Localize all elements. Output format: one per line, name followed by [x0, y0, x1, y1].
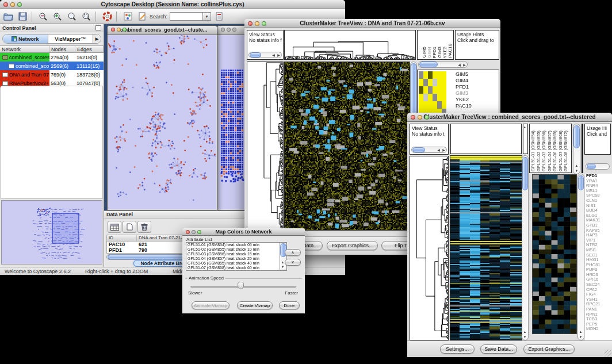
- gene-label[interactable]: GIM5: [454, 71, 472, 78]
- tv2-heatmap-vscrollbar[interactable]: ▲▼: [522, 155, 529, 340]
- matrix-cell[interactable]: [437, 94, 442, 101]
- tv2-heatmap[interactable]: [450, 156, 522, 340]
- attribute-table-icon[interactable]: [108, 221, 121, 233]
- tv2-zoom-heatmap[interactable]: [533, 175, 576, 334]
- view-status-hscrollbar[interactable]: ◀▶: [248, 52, 282, 58]
- overview-canvas[interactable]: [2, 201, 102, 264]
- matrix-cell[interactable]: [419, 86, 423, 94]
- matrix-cell[interactable]: [433, 79, 437, 86]
- zoom-window-icon[interactable]: [232, 28, 236, 32]
- tv1-column-labels[interactable]: GIM5GIM4PFD1GIM3YKE2PAC10: [422, 44, 453, 58]
- column-label[interactable]: PFD1: [433, 47, 437, 58]
- save-icon[interactable]: [16, 11, 29, 22]
- done-button[interactable]: Done: [279, 301, 300, 309]
- matrix-cell[interactable]: [423, 71, 428, 79]
- column-label[interactable]: GPL51-02 (GSM855): [537, 131, 541, 171]
- column-label[interactable]: YKE2: [443, 47, 447, 58]
- column-label[interactable]: GPL51-03 (GSM856): [542, 131, 546, 171]
- matrix-cell[interactable]: [442, 79, 446, 86]
- network-view-titlebar[interactable]: combined_scores_good.txt--cluste...: [108, 26, 217, 35]
- search-dropdown-icon[interactable]: ▼: [203, 12, 211, 21]
- gene-label[interactable]: PFD1: [454, 84, 472, 90]
- network-overview-icon[interactable]: [121, 11, 134, 22]
- network-row[interactable]: combined_scores_ 2764(0) 16218(0): [0, 53, 104, 62]
- tv2-usage-hscrollbar[interactable]: [586, 163, 610, 170]
- slider-thumb[interactable]: [238, 282, 244, 289]
- matrix-cell[interactable]: [437, 86, 442, 94]
- tv2-gene-vscrollbar[interactable]: ▲▼: [577, 174, 584, 340]
- column-label[interactable]: GIM3: [438, 47, 442, 58]
- zoom-out-icon[interactable]: [37, 11, 49, 22]
- scroll-thumb[interactable]: [578, 175, 584, 190]
- zoom-in-icon[interactable]: [51, 11, 64, 22]
- close-icon[interactable]: [111, 28, 115, 32]
- close-icon[interactable]: [411, 115, 415, 120]
- tv1-export-graphics-button[interactable]: Export Graphics...: [327, 241, 378, 250]
- matrix-cell[interactable]: [423, 86, 428, 94]
- scroll-thumb[interactable]: [419, 62, 438, 67]
- attribute-item[interactable]: GPL51-06 (GSM865) heat shock 40 min: [186, 261, 286, 266]
- move-down-button[interactable]: ∨: [285, 259, 301, 266]
- tv1-top-dendrogram[interactable]: [285, 30, 415, 59]
- report-icon[interactable]: [213, 11, 225, 22]
- network-row[interactable]: DNA and Tran 07 769(0) 183728(0): [0, 70, 104, 79]
- matrix-cell[interactable]: [428, 94, 433, 101]
- matrix-cell[interactable]: [433, 86, 437, 94]
- matrix-cell[interactable]: [419, 94, 423, 101]
- column-label[interactable]: GPL51-01 (GSM854): [531, 131, 536, 171]
- network-birdseye-overview[interactable]: [1, 200, 102, 265]
- column-label[interactable]: GIM4: [427, 47, 432, 58]
- cytoscape-titlebar[interactable]: Cytoscape Desktop (Session Name: collins…: [0, 0, 345, 9]
- network-graph-canvas[interactable]: [108, 35, 216, 209]
- attribute-item[interactable]: GPL51-03 (GSM856) heat shock 15 min: [186, 252, 286, 256]
- zoom-actual-icon[interactable]: [66, 11, 78, 22]
- attribute-list-vscrollbar[interactable]: ▲▼: [280, 243, 286, 270]
- zoom-fit-icon[interactable]: [80, 11, 93, 22]
- matrix-cell[interactable]: [442, 94, 446, 101]
- column-label[interactable]: GPL51-06 (GSM865): [553, 131, 557, 171]
- matrix-cell[interactable]: [428, 79, 433, 86]
- open-folder-icon[interactable]: [2, 11, 14, 22]
- matrix-cell[interactable]: [442, 71, 446, 79]
- network-view-titlebar-2[interactable]: [217, 26, 246, 35]
- matrix-cell[interactable]: [428, 71, 433, 79]
- help-lifesaver-icon[interactable]: [101, 11, 113, 22]
- minimize-icon[interactable]: [117, 28, 121, 32]
- gene-label[interactable]: GIM4: [454, 78, 472, 84]
- tab-overflow-icon[interactable]: ▶: [93, 35, 101, 43]
- matrix-cell[interactable]: [437, 71, 442, 79]
- matrix-cell[interactable]: [419, 79, 423, 86]
- treeview2-titlebar[interactable]: ClusterMaker TreeView : combined_scores_…: [407, 113, 612, 122]
- zoom-window-icon[interactable]: [17, 2, 22, 7]
- minimize-icon[interactable]: [192, 230, 196, 234]
- minimize-icon[interactable]: [255, 21, 259, 26]
- tv2-splitter[interactable]: ▸: [523, 124, 528, 154]
- tv1-row-dendrogram[interactable]: [247, 62, 283, 230]
- dialog-titlebar[interactable]: Map Colors to Network: [182, 228, 305, 236]
- close-icon[interactable]: [186, 230, 190, 234]
- search-input[interactable]: [170, 12, 203, 21]
- move-up-button[interactable]: ∧: [285, 249, 301, 256]
- scroll-thumb[interactable]: [587, 164, 596, 169]
- gene-label[interactable]: MON2: [585, 327, 612, 332]
- tab-network[interactable]: Network: [3, 35, 48, 43]
- scroll-thumb[interactable]: [250, 52, 261, 58]
- matrix-cell[interactable]: [419, 101, 423, 109]
- tv2-settings-button[interactable]: Settings...: [440, 344, 475, 354]
- close-icon[interactable]: [3, 2, 8, 7]
- network-row[interactable]: combined_sco 2569(6) 13112(15): [0, 62, 104, 70]
- delete-attribute-trash-icon[interactable]: [137, 221, 151, 233]
- column-label[interactable]: GPL51-04 (GSM857): [548, 131, 552, 171]
- gene-label[interactable]: YKE2: [454, 97, 472, 103]
- matrix-cell[interactable]: [433, 71, 437, 79]
- matrix-cell[interactable]: [419, 71, 423, 79]
- view-status-hscrollbar[interactable]: ◀▶: [411, 147, 447, 153]
- gene-label[interactable]: GIM3: [454, 90, 472, 97]
- matrix-cell[interactable]: [433, 94, 437, 101]
- column-label[interactable]: GPL51-08 (GSM872): [564, 131, 568, 171]
- matrix-cell[interactable]: [437, 101, 442, 109]
- matrix-cell[interactable]: [423, 101, 428, 109]
- matrix-cell[interactable]: [428, 86, 433, 94]
- scroll-thumb[interactable]: [573, 125, 580, 148]
- attribute-item[interactable]: GPL51-02 (GSM855) heat shock 10 min: [186, 247, 286, 252]
